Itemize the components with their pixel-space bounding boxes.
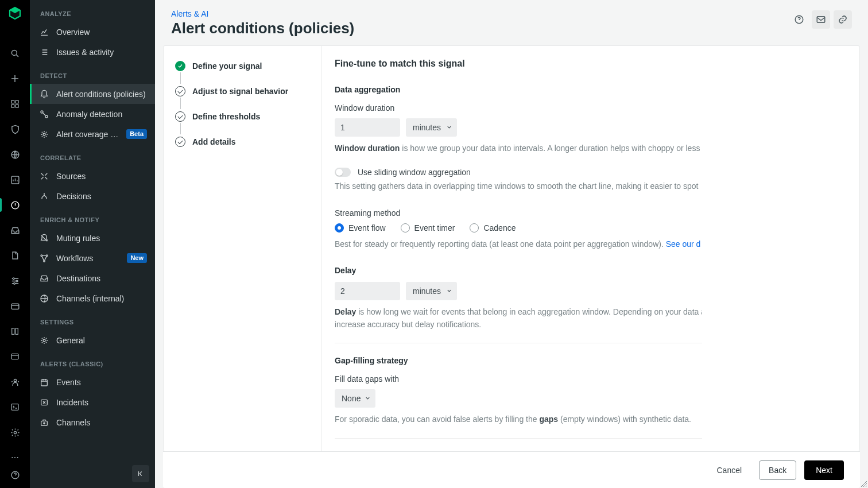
nav-item-channels[interactable]: Channels	[30, 412, 155, 432]
nav-item-overview[interactable]: Overview	[30, 22, 155, 42]
sliders-icon[interactable]	[5, 272, 25, 289]
svg-point-24	[45, 115, 48, 118]
logo-icon[interactable]	[5, 5, 25, 22]
radio-cadence[interactable]: Cadence	[470, 223, 516, 233]
sliding-window-toggle[interactable]	[335, 168, 351, 177]
svg-point-0	[11, 50, 17, 55]
step-add-details[interactable]: Add details	[175, 134, 310, 149]
branch-icon	[39, 191, 49, 202]
nav-section-detect: DETECT	[30, 62, 155, 84]
mute-icon	[39, 233, 49, 243]
help-delay-2: increase accuracy but delay notification…	[335, 319, 702, 330]
workflow-icon	[39, 253, 49, 264]
circle-check-outline-icon	[175, 137, 185, 147]
nav-item-workflows[interactable]: WorkflowsNew	[30, 248, 155, 268]
check-circle-icon	[175, 61, 185, 71]
nav-item-coverage[interactable]: Alert coverage g…Beta	[30, 124, 155, 144]
help-gap: For sporadic data, you can avoid false a…	[335, 413, 702, 425]
new-badge: New	[127, 253, 147, 263]
step-define-thresholds[interactable]: Define thresholds	[175, 109, 310, 124]
panel-icon[interactable]	[5, 348, 25, 365]
nav-item-issues[interactable]: Issues & activity	[30, 42, 155, 62]
svg-rect-13	[16, 328, 18, 335]
svg-rect-31	[41, 379, 48, 386]
sliding-window-label: Use sliding window aggregation	[358, 168, 471, 177]
svg-rect-14	[11, 354, 18, 359]
nav-item-destinations[interactable]: Destinations	[30, 268, 155, 288]
delay-unit-select[interactable]: minutes	[406, 282, 457, 300]
svg-point-9	[16, 280, 17, 282]
circle-check-outline-icon	[175, 111, 185, 122]
page-title: Alert conditions (policies)	[171, 20, 354, 37]
radio-event-flow[interactable]: Event flow	[335, 223, 386, 233]
inbox-icon[interactable]	[5, 222, 25, 239]
gear-icon	[39, 335, 49, 346]
svg-point-15	[14, 379, 16, 381]
incident-icon	[39, 397, 49, 408]
terminal-icon[interactable]	[5, 398, 25, 416]
columns-icon[interactable]	[5, 323, 25, 340]
step-define-signal[interactable]: Define your signal	[175, 59, 310, 73]
nav-item-anomaly[interactable]: Anomaly detection	[30, 104, 155, 124]
collapse-sidenav-button[interactable]	[132, 465, 149, 482]
more-icon[interactable]	[5, 449, 25, 466]
nav-item-incidents[interactable]: Incidents	[30, 392, 155, 412]
svg-rect-11	[11, 304, 19, 309]
nav-item-decisions[interactable]: Decisions	[30, 186, 155, 206]
globe-icon[interactable]	[5, 146, 25, 163]
nav-item-events[interactable]: Events	[30, 372, 155, 392]
window-duration-input[interactable]	[335, 118, 400, 137]
help-icon[interactable]	[5, 466, 25, 483]
chevron-down-icon	[446, 123, 452, 132]
section-gap: Gap-filling strategy	[335, 356, 702, 365]
svg-point-19	[14, 457, 16, 458]
robot-icon[interactable]	[5, 373, 25, 390]
plus-icon[interactable]	[5, 70, 25, 87]
apps-icon[interactable]	[5, 95, 25, 113]
back-button[interactable]: Back	[759, 460, 796, 480]
header-link-icon[interactable]	[834, 10, 852, 29]
step-adjust-behavior[interactable]: Adjust to signal behavior	[175, 84, 310, 99]
calendar-icon	[39, 377, 49, 388]
wizard-steps: Define your signal Adjust to signal beha…	[164, 46, 322, 451]
nav-item-sources[interactable]: Sources	[30, 166, 155, 186]
chevron-down-icon	[365, 394, 371, 403]
bell-icon	[39, 89, 49, 99]
header-help-icon[interactable]	[790, 10, 808, 29]
nav-section-analyze: ANALYZE	[30, 0, 155, 22]
delay-input[interactable]	[335, 282, 400, 300]
radio-event-timer[interactable]: Event timer	[401, 223, 455, 233]
cancel-button[interactable]: Cancel	[707, 460, 751, 480]
gear-icon[interactable]	[5, 424, 25, 441]
svg-point-8	[13, 277, 14, 279]
nav-item-channels-internal[interactable]: Channels (internal)	[30, 288, 155, 308]
document-icon[interactable]	[5, 247, 25, 264]
list-icon	[39, 47, 49, 57]
window-duration-unit-select[interactable]: minutes	[406, 118, 457, 137]
next-button[interactable]: Next	[804, 460, 844, 480]
nav-item-muting[interactable]: Muting rules	[30, 228, 155, 248]
header-mail-icon[interactable]	[812, 10, 830, 29]
search-icon[interactable]	[5, 45, 25, 62]
label-window-duration: Window duration	[335, 103, 702, 113]
inbox-icon	[39, 273, 49, 284]
streaming-docs-link[interactable]: See our d	[666, 239, 701, 249]
svg-rect-2	[16, 100, 18, 103]
dashboard-icon[interactable]	[5, 171, 25, 188]
breadcrumb[interactable]: Alerts & AI	[171, 9, 354, 18]
circle-check-outline-icon	[175, 86, 185, 96]
chevron-down-icon	[446, 286, 452, 296]
collapse-icon	[39, 171, 49, 181]
nav-item-general[interactable]: General	[30, 330, 155, 350]
gap-fill-select[interactable]: None	[335, 389, 375, 408]
global-icon-rail	[0, 0, 30, 488]
resize-grip-icon[interactable]	[860, 480, 867, 487]
nav-item-alert-conditions[interactable]: Alert conditions (policies)	[30, 84, 155, 104]
svg-rect-4	[16, 104, 18, 107]
svg-point-30	[43, 339, 45, 342]
nav-section-correlate: CORRELATE	[30, 144, 155, 166]
svg-point-28	[44, 260, 45, 262]
card-icon[interactable]	[5, 297, 25, 315]
shield-icon[interactable]	[5, 121, 25, 138]
alerts-icon[interactable]	[5, 196, 25, 214]
